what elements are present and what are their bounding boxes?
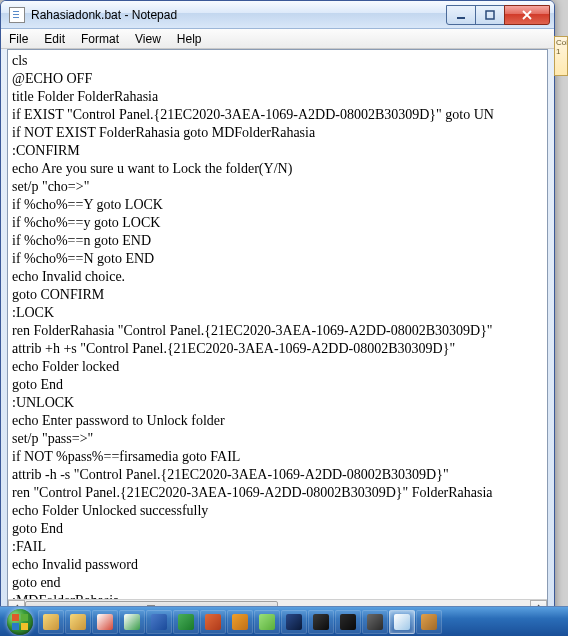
close-button[interactable] bbox=[504, 5, 550, 25]
taskbar-item-chrome[interactable] bbox=[92, 610, 118, 634]
app-icon bbox=[367, 614, 383, 630]
github-icon bbox=[313, 614, 329, 630]
word-icon bbox=[151, 614, 167, 630]
explorer-icon bbox=[43, 614, 59, 630]
taskbar-item-app[interactable] bbox=[335, 610, 361, 634]
chrome-icon bbox=[97, 614, 113, 630]
background-panel: Col 1 bbox=[554, 36, 568, 76]
menubar: File Edit Format View Help bbox=[1, 29, 554, 49]
menu-file[interactable]: File bbox=[1, 29, 36, 48]
powerpoint-icon bbox=[205, 614, 221, 630]
excel-icon bbox=[178, 614, 194, 630]
notepad-icon bbox=[394, 614, 410, 630]
notepadpp-icon bbox=[259, 614, 275, 630]
explorer-icon bbox=[70, 614, 86, 630]
maximize-button[interactable] bbox=[475, 5, 505, 25]
taskbar-items bbox=[38, 607, 442, 636]
minimize-icon bbox=[456, 10, 466, 20]
side-col-label: Col bbox=[556, 38, 566, 47]
menu-view[interactable]: View bbox=[127, 29, 169, 48]
taskbar[interactable] bbox=[0, 606, 568, 636]
taskbar-item-excel[interactable] bbox=[173, 610, 199, 634]
menu-format[interactable]: Format bbox=[73, 29, 127, 48]
taskbar-item-powerpoint[interactable] bbox=[200, 610, 226, 634]
taskbar-item-notepadpp[interactable] bbox=[254, 610, 280, 634]
taskbar-item-github[interactable] bbox=[308, 610, 334, 634]
taskbar-item-word[interactable] bbox=[146, 610, 172, 634]
taskbar-item-app[interactable] bbox=[362, 610, 388, 634]
side-col-value: 1 bbox=[556, 47, 566, 56]
editor-area: cls @ECHO OFF title Folder FolderRahasia… bbox=[7, 49, 548, 617]
taskbar-item-photoshop[interactable] bbox=[281, 610, 307, 634]
taskbar-item-notepad[interactable] bbox=[389, 610, 415, 634]
app-icon bbox=[421, 614, 437, 630]
windows-logo-icon bbox=[7, 609, 33, 635]
window-buttons bbox=[447, 5, 550, 25]
winamp-icon bbox=[232, 614, 248, 630]
taskbar-item-explorer[interactable] bbox=[38, 610, 64, 634]
notepad-window: Rahasiadonk.bat - Notepad File Edit Form… bbox=[0, 0, 555, 624]
start-button[interactable] bbox=[2, 608, 38, 636]
taskbar-item-winamp[interactable] bbox=[227, 610, 253, 634]
menu-edit[interactable]: Edit bbox=[36, 29, 73, 48]
titlebar[interactable]: Rahasiadonk.bat - Notepad bbox=[1, 1, 554, 29]
taskbar-item-explorer[interactable] bbox=[65, 610, 91, 634]
close-icon bbox=[521, 10, 533, 20]
taskbar-item-app[interactable] bbox=[416, 610, 442, 634]
svg-rect-0 bbox=[457, 17, 465, 19]
taskbar-item-chrome[interactable] bbox=[119, 610, 145, 634]
minimize-button[interactable] bbox=[446, 5, 476, 25]
window-title: Rahasiadonk.bat - Notepad bbox=[31, 8, 447, 22]
notepad-icon bbox=[9, 7, 25, 23]
photoshop-icon bbox=[286, 614, 302, 630]
text-editor[interactable]: cls @ECHO OFF title Folder FolderRahasia… bbox=[8, 50, 547, 599]
app-icon bbox=[340, 614, 356, 630]
maximize-icon bbox=[485, 10, 495, 20]
svg-rect-1 bbox=[486, 11, 494, 19]
menu-help[interactable]: Help bbox=[169, 29, 210, 48]
chrome-icon bbox=[124, 614, 140, 630]
